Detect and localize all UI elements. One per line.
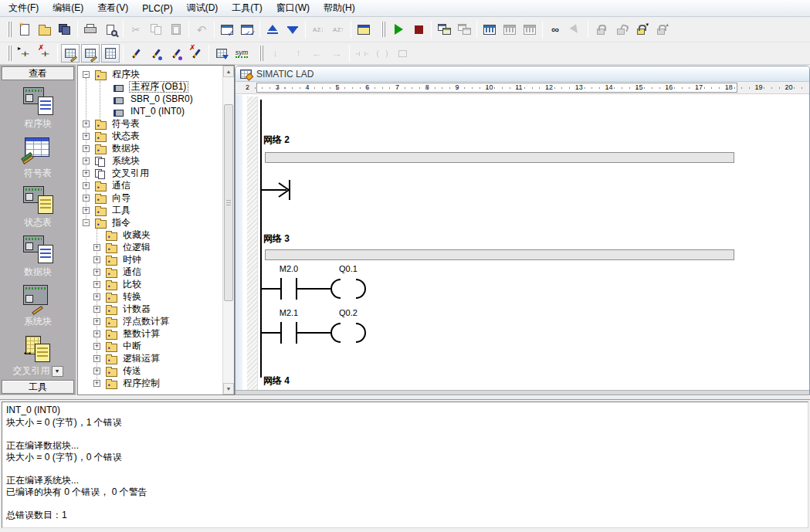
sidebar-item-cross-reference[interactable]: ↔交叉引用▼ [0, 329, 76, 378]
menu-view[interactable]: 查看(V) [90, 0, 135, 17]
apply-symbols-icon[interactable] [212, 44, 231, 63]
symbol-info-toggle-icon[interactable] [81, 44, 100, 63]
remove-network-icon[interactable]: ⊣⊢✗ [36, 44, 54, 63]
expand-icon[interactable]: + [93, 269, 100, 276]
tree-item-tools[interactable]: +▪工具 [78, 205, 222, 217]
compile-output[interactable]: INT_0 (INT0)块大小 = 0 (字节)，1 个错误 正在编译数据块..… [2, 402, 808, 528]
output-coil[interactable] [331, 280, 365, 298]
tree-item-convert[interactable]: +▪转换 [78, 291, 222, 303]
expand-icon[interactable]: + [93, 244, 100, 251]
view-bar-header[interactable]: 查看 [2, 66, 74, 80]
program-view-toggle-icon[interactable] [61, 44, 80, 63]
expand-icon[interactable]: + [93, 343, 100, 350]
menu-edit[interactable]: 编辑(E) [46, 0, 90, 17]
collapse-icon[interactable]: − [83, 219, 90, 226]
tree-item-favorites[interactable]: ▪收藏夹 [78, 229, 222, 242]
sidebar-item-system-block[interactable]: 系统块 [0, 280, 76, 329]
chart-status-icon[interactable] [480, 20, 499, 39]
download-icon[interactable] [283, 20, 302, 39]
tree-scrollbar[interactable]: ▲ ▼ [222, 66, 234, 395]
tree-item-move[interactable]: +▪传送 [78, 365, 222, 378]
print-icon[interactable] [81, 20, 100, 39]
delete-column-icon[interactable]: ✗ [187, 44, 205, 63]
expand-icon[interactable]: + [93, 318, 100, 325]
tree-item-cross-reference[interactable]: +交叉引用 [78, 168, 222, 180]
expand-icon[interactable]: + [93, 330, 100, 337]
expand-icon[interactable]: + [83, 133, 90, 140]
empty-network-arrow[interactable] [260, 177, 303, 203]
sidebar-item-data-block[interactable]: 数据块 [0, 230, 76, 280]
no-contact[interactable] [260, 278, 331, 300]
lad-title-bar[interactable]: SIMATIC LAD [236, 66, 809, 82]
scroll-up-icon[interactable]: ▲ [223, 66, 234, 77]
program-status-icon[interactable] [435, 20, 453, 39]
upload-icon[interactable] [263, 20, 282, 39]
options-icon[interactable] [354, 20, 373, 39]
tree-item-clock[interactable]: +▪时钟 [78, 254, 222, 266]
expand-icon[interactable]: + [93, 306, 100, 313]
tree-item-bit-logic[interactable]: +▪位逻辑 [78, 242, 222, 254]
sidebar-item-status-chart[interactable]: 状态表 [0, 181, 76, 230]
network-comment-box[interactable] [265, 152, 734, 163]
tools-bar-header[interactable]: 工具 [2, 380, 74, 394]
run-icon[interactable] [389, 20, 408, 39]
expand-icon[interactable]: + [93, 380, 100, 387]
expand-icon[interactable]: + [83, 170, 90, 177]
tree-item-symbol-table[interactable]: +▪符号表 [78, 118, 222, 130]
output-coil[interactable] [331, 324, 365, 342]
open-icon[interactable] [36, 20, 54, 39]
expand-icon[interactable]: + [83, 145, 90, 152]
tree-item-program-control[interactable]: +▪程序控制 [78, 378, 222, 390]
tree-item-interrupt[interactable]: +▪中断 [78, 341, 222, 353]
compile-icon[interactable]: ✓ [218, 20, 236, 39]
goto-network-icon[interactable]: ⊣⊢▸ [15, 44, 34, 63]
delete-row-icon[interactable] [167, 44, 185, 63]
dropdown-arrow-icon[interactable]: ▼ [52, 366, 63, 377]
expand-icon[interactable]: + [93, 368, 100, 374]
expand-icon[interactable]: + [93, 355, 100, 362]
tree-item-integer-math[interactable]: +▪整数计算 [78, 328, 222, 341]
expand-icon[interactable]: + [83, 207, 90, 214]
menu-tools[interactable]: 工具(T) [225, 0, 269, 17]
expand-icon[interactable]: + [83, 195, 90, 202]
menu-help[interactable]: 帮助(H) [317, 0, 362, 17]
insert-row-icon[interactable] [127, 44, 145, 63]
menu-debug[interactable]: 调试(D) [180, 0, 225, 17]
tree-item-counters[interactable]: +▪计数器 [78, 303, 222, 316]
menu-plc[interactable]: PLC(P) [135, 1, 179, 16]
stop-icon[interactable] [409, 20, 428, 39]
expand-icon[interactable]: + [83, 120, 90, 127]
menu-window[interactable]: 窗口(W) [269, 0, 317, 17]
tree-item-communication[interactable]: +▪通信 [78, 180, 222, 192]
tree-item-status-chart[interactable]: +▪状态表 [78, 130, 222, 143]
expand-icon[interactable]: + [93, 256, 100, 263]
expand-icon[interactable]: + [93, 281, 100, 288]
expand-icon[interactable]: + [83, 182, 90, 189]
new-icon[interactable]: ✶ [15, 20, 34, 39]
tree-item-compare[interactable]: +▪比较 [78, 279, 222, 291]
status-monitor-icon[interactable]: ∞ [546, 20, 564, 39]
read-all-forced-icon[interactable]: ▾ [632, 20, 650, 39]
print-preview-icon[interactable] [101, 20, 120, 39]
lad-canvas[interactable]: 网络 2 网络 3 M2.0 Q0.1 [236, 95, 809, 390]
sidebar-item-program-block[interactable]: 程序块 [0, 82, 76, 131]
tree-item-program-block[interactable]: −▪程序块 [78, 69, 222, 81]
menu-file[interactable]: 文件(F) [2, 0, 46, 17]
tree-item-system-block[interactable]: +系统块 [78, 155, 222, 168]
sym-toggle-icon[interactable]: sym [232, 44, 251, 63]
tree-item-wizards[interactable]: +▪向导 [78, 192, 222, 205]
network-comment-box[interactable] [265, 249, 734, 260]
scrollbar-thumb[interactable] [224, 104, 233, 301]
compile-all-icon[interactable]: ✓✓ [238, 20, 256, 39]
no-contact[interactable] [260, 322, 331, 344]
tree-item-instructions[interactable]: −▪指令 [78, 217, 222, 229]
expand-icon[interactable]: + [93, 293, 100, 300]
insert-column-icon[interactable] [147, 44, 165, 63]
scroll-down-icon[interactable]: ▼ [223, 383, 234, 395]
tree-item-floating-point-math[interactable]: +▪浮点数计算 [78, 316, 222, 328]
tree-item-data-block[interactable]: +▪数据块 [78, 143, 222, 155]
collapse-icon[interactable]: − [83, 71, 90, 78]
expand-icon[interactable]: + [83, 158, 90, 164]
sidebar-item-symbol-table[interactable]: 符号表 [0, 131, 76, 181]
save-all-icon[interactable] [56, 20, 74, 39]
